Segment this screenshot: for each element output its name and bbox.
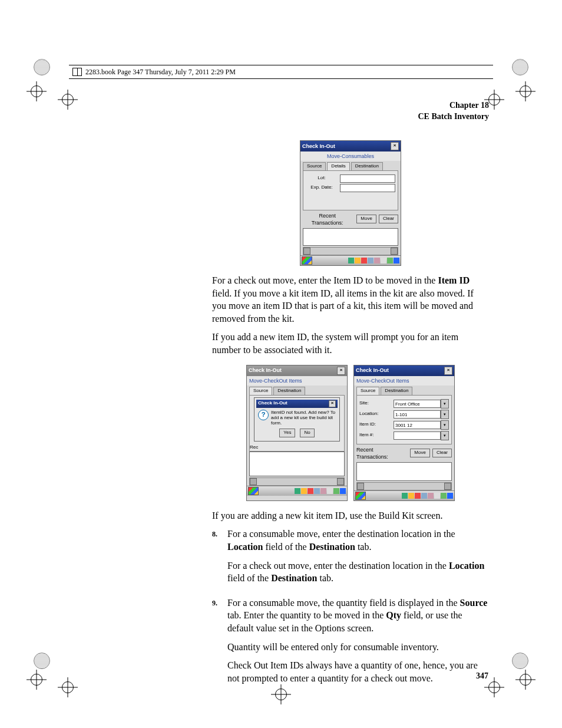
step-paragraph: For a check out move, enter the destinat… xyxy=(227,559,489,585)
hatch-circle-icon xyxy=(34,653,50,669)
step-paragraph: Quantity will be entered only for consum… xyxy=(227,641,489,654)
window-title: Check In-Out xyxy=(249,367,282,374)
dialog-title: Check In-Out xyxy=(258,400,287,407)
recent-label-truncated: Rec xyxy=(250,444,258,451)
runhead-text: 2283.book Page 347 Thursday, July 7, 201… xyxy=(85,68,236,77)
screenshot-itemid-not-found: Check In-Out × Move-CheckOut Items Sourc… xyxy=(246,365,348,501)
move-button[interactable]: Move xyxy=(410,449,430,457)
window-titlebar: Check In-Out × xyxy=(300,141,401,151)
breadcrumb-link[interactable]: Move-CheckOut Items xyxy=(247,376,347,386)
tab-source[interactable]: Source xyxy=(356,387,379,395)
tab-source[interactable]: Source xyxy=(249,387,272,395)
move-button[interactable]: Move xyxy=(356,215,376,223)
close-icon[interactable]: × xyxy=(329,400,336,407)
hatch-circle-icon xyxy=(512,653,528,669)
screenshot-check-in-out-source: Check In-Out × Move-CheckOut Items Sourc… xyxy=(353,365,455,501)
dialog-message: ItemID not found. Add new? To add a new … xyxy=(271,410,336,426)
chapter-number: Chapter 18 xyxy=(212,100,489,111)
no-button[interactable]: No xyxy=(300,429,314,437)
close-icon[interactable]: × xyxy=(444,367,452,375)
location-input[interactable]: 1-101 xyxy=(394,410,441,419)
exp-date-input[interactable] xyxy=(340,184,395,192)
item-number-input[interactable] xyxy=(394,431,441,440)
horizontal-scrollbar[interactable] xyxy=(356,482,452,490)
question-icon: ? xyxy=(258,410,269,420)
chevron-down-icon[interactable]: ▾ xyxy=(441,399,449,409)
chevron-down-icon[interactable]: ▾ xyxy=(441,420,449,430)
recent-transactions-list[interactable] xyxy=(303,228,398,246)
clear-button[interactable]: Clear xyxy=(432,449,452,457)
horizontal-scrollbar[interactable] xyxy=(303,247,398,255)
hatch-circle-icon xyxy=(512,59,528,75)
clear-button[interactable]: Clear xyxy=(379,215,398,223)
crop-mark-icon xyxy=(58,677,78,697)
close-icon[interactable]: × xyxy=(391,142,399,150)
step-paragraph: For a consumable move, the quantity fiel… xyxy=(227,597,489,635)
chapter-header: Chapter 18 CE Batch Inventory xyxy=(212,100,489,123)
system-tray xyxy=(295,488,346,494)
crop-mark-icon xyxy=(58,90,78,110)
window-titlebar: Check In-Out × xyxy=(354,365,454,376)
start-icon[interactable] xyxy=(302,256,312,265)
horizontal-scrollbar[interactable] xyxy=(249,477,345,486)
step-9: 9. For a consumable move, the quantity f… xyxy=(212,597,489,691)
hatch-circle-icon xyxy=(34,59,50,75)
location-label: Location: xyxy=(359,411,391,417)
step-paragraph: For a consumable move, enter the destina… xyxy=(227,528,489,553)
chapter-title: CE Batch Inventory xyxy=(212,111,489,123)
crop-mark-icon xyxy=(515,81,535,101)
breadcrumb-link[interactable]: Move-Consumables xyxy=(300,151,401,161)
crop-mark-icon xyxy=(27,81,47,101)
system-tray xyxy=(402,493,453,499)
tab-source[interactable]: Source xyxy=(303,162,326,170)
step-8: 8. For a consumable move, enter the dest… xyxy=(212,528,489,590)
body-paragraph: If you add a new item ID, the system wil… xyxy=(212,331,489,356)
window-title: Check In-Out xyxy=(302,143,335,150)
window-title: Check In-Out xyxy=(356,367,389,374)
breadcrumb-link[interactable]: Move-CheckOut Items xyxy=(354,376,454,386)
yes-button[interactable]: Yes xyxy=(279,429,295,437)
recent-transactions-label: Recent Transactions: xyxy=(356,446,405,460)
recent-transactions-list[interactable] xyxy=(356,462,452,481)
page-number: 347 xyxy=(476,671,488,681)
dialog-titlebar: Check In-Out × xyxy=(256,400,338,408)
lot-input[interactable] xyxy=(340,174,395,183)
item-id-label: Item ID: xyxy=(359,421,391,428)
item-id-input[interactable]: 3001 12 xyxy=(394,421,441,429)
taskbar xyxy=(247,486,347,496)
item-number-label: Item #: xyxy=(359,432,391,439)
site-label: Site: xyxy=(359,400,391,407)
recent-transactions-label: Recent Transactions: xyxy=(303,212,352,226)
close-icon[interactable]: × xyxy=(337,367,345,375)
tab-details[interactable]: Details xyxy=(327,162,349,170)
screenshot-check-in-out-details: Check In-Out × Move-Consumables Source D… xyxy=(300,140,401,266)
tab-destination[interactable]: Destination xyxy=(381,387,412,395)
system-tray xyxy=(348,258,399,263)
step-number: 9. xyxy=(212,597,227,691)
body-paragraph: If you are adding a new kit item ID, use… xyxy=(212,509,489,522)
tab-destination[interactable]: Destination xyxy=(273,387,305,395)
lot-label: Lot: xyxy=(306,175,338,182)
crop-mark-icon xyxy=(515,670,535,690)
taskbar xyxy=(354,490,454,500)
taskbar xyxy=(300,255,401,265)
chevron-down-icon[interactable]: ▾ xyxy=(441,431,449,440)
book-icon xyxy=(72,68,82,76)
start-icon[interactable] xyxy=(355,492,366,500)
running-header: 2283.book Page 347 Thursday, July 7, 201… xyxy=(69,65,493,79)
step-number: 8. xyxy=(212,528,227,590)
step-paragraph: Check Out Item IDs always have a quantit… xyxy=(227,659,489,684)
chevron-down-icon[interactable]: ▾ xyxy=(441,410,449,419)
body-paragraph: For a check out move, enter the Item ID … xyxy=(212,274,489,325)
site-input[interactable]: Front Office xyxy=(394,400,441,408)
start-icon[interactable] xyxy=(248,487,259,495)
exp-date-label: Exp. Date: xyxy=(306,185,338,191)
tab-destination[interactable]: Destination xyxy=(351,162,383,170)
window-titlebar: Check In-Out × xyxy=(247,365,347,376)
crop-mark-icon xyxy=(27,670,47,690)
recent-transactions-list[interactable] xyxy=(249,452,345,476)
